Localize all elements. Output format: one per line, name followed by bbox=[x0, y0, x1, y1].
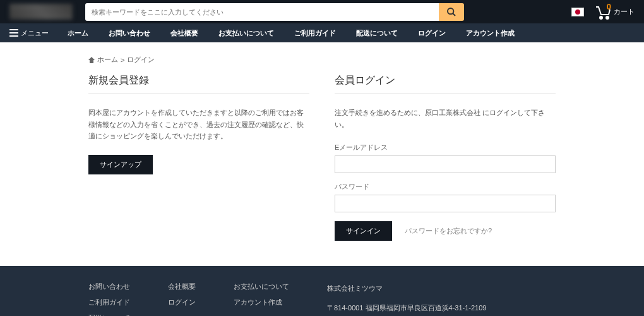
footer-link-shipping[interactable]: 配送について bbox=[88, 313, 130, 316]
footer-link-guide[interactable]: ご利用ガイド bbox=[88, 298, 130, 307]
signin-row: サインイン パスワードをお忘れですか? bbox=[335, 221, 556, 241]
header-right: 0 カート bbox=[571, 4, 635, 20]
svg-point-2 bbox=[600, 16, 602, 19]
cart-icon: 0 bbox=[593, 4, 612, 20]
password-label: パスワード bbox=[335, 182, 556, 191]
register-desc: 岡本屋にアカウントを作成していただきますと以降のご利用ではお客様情報などの入力を… bbox=[88, 107, 309, 142]
email-label: Eメールアドレス bbox=[335, 143, 556, 152]
search-icon bbox=[446, 7, 456, 17]
auth-columns: 新規会員登録 岡本屋にアカウントを作成していただきますと以降のご利用ではお客様情… bbox=[88, 74, 556, 241]
flag-jp-icon[interactable] bbox=[571, 8, 584, 16]
home-icon bbox=[88, 57, 95, 63]
breadcrumb-separator: > bbox=[121, 56, 124, 64]
email-group: Eメールアドレス bbox=[335, 143, 556, 173]
nav-link-register[interactable]: アカウント作成 bbox=[466, 28, 515, 38]
search-form bbox=[85, 3, 464, 21]
nav-link-payment[interactable]: お支払いについて bbox=[218, 28, 274, 38]
signup-button[interactable]: サインアップ bbox=[88, 155, 153, 174]
nav-bar: メニュー ホーム お問い合わせ 会社概要 お支払いについて ご利用ガイド 配送に… bbox=[0, 23, 644, 42]
site-logo[interactable] bbox=[9, 4, 73, 20]
cart-count: 0 bbox=[607, 2, 611, 11]
cart-label: カート bbox=[614, 7, 635, 16]
breadcrumb: ホーム > ログイン bbox=[88, 55, 556, 64]
menu-label: メニュー bbox=[21, 28, 49, 38]
nav-link-guide[interactable]: ご利用ガイド bbox=[294, 28, 336, 38]
register-panel: 新規会員登録 岡本屋にアカウントを作成していただきますと以降のご利用ではお客様情… bbox=[88, 74, 309, 241]
footer-columns: お問い合わせ ご利用ガイド 配送について 会社概要 ログイン お支払いについて … bbox=[88, 282, 556, 316]
nav-link-company[interactable]: 会社概要 bbox=[170, 28, 198, 38]
svg-point-0 bbox=[448, 8, 453, 14]
nav-link-home[interactable]: ホーム bbox=[68, 28, 88, 38]
search-input[interactable] bbox=[85, 3, 439, 21]
search-button[interactable] bbox=[439, 3, 464, 21]
nav-link-contact[interactable]: お問い合わせ bbox=[109, 28, 150, 38]
cart-link[interactable]: 0 カート bbox=[593, 4, 635, 20]
login-title: 会員ログイン bbox=[335, 74, 556, 94]
company-address: 〒814-0001 福岡県福岡市早良区百道浜4-31-1-2109 bbox=[327, 301, 486, 315]
hamburger-icon bbox=[9, 29, 18, 37]
footer-link-payment[interactable]: お支払いについて bbox=[234, 282, 289, 291]
nav-links: ホーム お問い合わせ 会社概要 お支払いについて ご利用ガイド 配送について ロ… bbox=[68, 28, 515, 38]
svg-line-1 bbox=[453, 13, 455, 16]
header-top: 0 カート bbox=[0, 0, 644, 23]
footer-link-contact[interactable]: お問い合わせ bbox=[88, 282, 130, 291]
footer-col-3: お支払いについて アカウント作成 bbox=[234, 282, 289, 316]
footer-link-register[interactable]: アカウント作成 bbox=[234, 298, 289, 307]
breadcrumb-current: ログイン bbox=[127, 55, 155, 64]
footer-col-2: 会社概要 ログイン bbox=[168, 282, 196, 316]
footer: お問い合わせ ご利用ガイド 配送について 会社概要 ログイン お支払いについて … bbox=[0, 266, 644, 316]
main-content: ホーム > ログイン 新規会員登録 岡本屋にアカウントを作成していただきますと以… bbox=[88, 42, 556, 266]
signin-button[interactable]: サインイン bbox=[335, 221, 392, 241]
footer-link-login[interactable]: ログイン bbox=[168, 298, 196, 307]
email-field[interactable] bbox=[335, 155, 556, 173]
footer-link-company[interactable]: 会社概要 bbox=[168, 282, 196, 291]
menu-toggle[interactable]: メニュー bbox=[9, 28, 49, 38]
login-desc: 注文手続きを進めるために、原口工業株式会社 にログインして下さい。 bbox=[335, 107, 556, 130]
register-title: 新規会員登録 bbox=[88, 74, 309, 94]
company-info: 株式会社ミツウマ 〒814-0001 福岡県福岡市早良区百道浜4-31-1-21… bbox=[327, 282, 486, 316]
password-group: パスワード bbox=[335, 182, 556, 212]
company-name: 株式会社ミツウマ bbox=[327, 282, 486, 295]
nav-link-login[interactable]: ログイン bbox=[418, 28, 446, 38]
breadcrumb-home[interactable]: ホーム bbox=[97, 55, 118, 64]
footer-col-1: お問い合わせ ご利用ガイド 配送について bbox=[88, 282, 130, 316]
password-field[interactable] bbox=[335, 195, 556, 212]
nav-link-shipping[interactable]: 配送について bbox=[356, 28, 398, 38]
forgot-password-link[interactable]: パスワードをお忘れですか? bbox=[405, 226, 492, 236]
login-panel: 会員ログイン 注文手続きを進めるために、原口工業株式会社 にログインして下さい。… bbox=[335, 74, 556, 241]
svg-point-3 bbox=[606, 16, 609, 19]
